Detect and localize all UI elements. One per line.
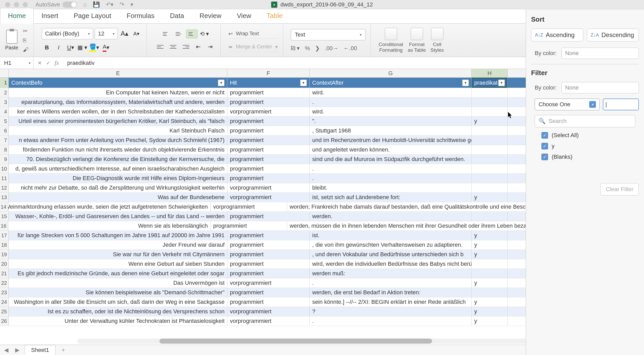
row-header[interactable]: 17 <box>0 231 9 240</box>
italic-button[interactable]: I <box>53 42 64 53</box>
row-header[interactable]: 18 <box>0 240 9 250</box>
close-dot[interactable] <box>5 2 10 7</box>
sort-by-color-select[interactable]: None <box>561 48 639 59</box>
format-as-table-button[interactable]: Format as Table <box>408 28 426 53</box>
col-header-e[interactable]: E <box>9 69 227 77</box>
cell[interactable]: programmiert <box>211 221 287 230</box>
cell[interactable]: bleibt. <box>310 183 472 192</box>
cell[interactable]: y <box>472 278 508 288</box>
header-contextbefore[interactable]: ContextBefo▼ <box>9 78 227 88</box>
cell[interactable]: Sie können beispielsweise als "Demand-Sc… <box>9 288 227 297</box>
comma-icon[interactable]: ❯ <box>315 45 320 52</box>
row-header[interactable]: 4 <box>0 107 9 116</box>
cell[interactable]: , Stuttgart 1968 <box>310 126 472 135</box>
tab-table[interactable]: Table <box>259 8 290 23</box>
cell[interactable]: 70. Diesbezüglich verlangt die Konferenz… <box>9 155 227 164</box>
format-painter-icon[interactable]: 🖌 <box>23 46 29 53</box>
cell[interactable]: y <box>472 316 508 326</box>
paste-button[interactable]: Paste <box>5 30 18 51</box>
min-dot[interactable] <box>14 2 19 7</box>
tab-data[interactable]: Data <box>162 8 192 23</box>
filter-by-color-select[interactable]: None <box>561 82 639 93</box>
orientation-button[interactable]: ⟲ ▾ <box>199 29 209 39</box>
cell[interactable]: wird. <box>310 88 472 97</box>
col-header-h[interactable]: H <box>472 69 508 77</box>
row-header[interactable]: 10 <box>0 164 9 173</box>
cell[interactable]: Jeder Freund war darauf <box>9 240 227 250</box>
inc-decimal-icon[interactable]: .00→ <box>325 45 338 52</box>
cell[interactable]: programmiert <box>227 97 310 107</box>
filter-search-input[interactable]: 🔍Search <box>535 115 635 127</box>
cell[interactable]: . <box>310 164 472 173</box>
cell[interactable]: programmiert <box>227 259 310 269</box>
row-header[interactable]: 15 <box>0 212 9 221</box>
sheet-prev[interactable]: ◀ <box>3 347 10 353</box>
cell[interactable]: Sie war nur für den Verkehr mit Citymänn… <box>9 250 227 259</box>
header-hit[interactable]: Hit▼ <box>227 78 310 88</box>
cell[interactable]: ker eines Willens werden wollen, der in … <box>9 107 227 116</box>
filter-item-blanks[interactable]: ✓(Blanks) <box>541 154 639 160</box>
col-header-g[interactable]: G <box>310 69 472 77</box>
cell[interactable]: Karl Steinbuch Falsch <box>9 126 227 135</box>
enter-icon[interactable]: ✓ <box>46 60 50 66</box>
cell[interactable]: Wasser-, Kohle-, Erdöl- und Gasreserven … <box>9 212 227 221</box>
cell[interactable]: Was auf der Bundesebene <box>9 193 227 202</box>
cell[interactable]: d, gewiß aus unterschiedlichem Interesse… <box>9 164 227 173</box>
cell[interactable]: werden muß: <box>310 269 472 278</box>
row-header[interactable]: 19 <box>0 250 9 259</box>
filter-dropdown-f[interactable]: ▼ <box>300 79 307 86</box>
sort-ascending-button[interactable]: A↓ZAscending <box>531 29 583 41</box>
row-header[interactable]: 8 <box>0 145 9 154</box>
cell[interactable]: vorprogrammiert <box>227 316 310 326</box>
sheet-next[interactable]: ▶ <box>14 347 21 353</box>
cell[interactable] <box>472 212 508 221</box>
wrap-text-button[interactable]: ↩Wrap Text <box>228 29 278 39</box>
cell[interactable]: y <box>472 117 508 126</box>
cell[interactable]: Die EEG-Diagnostik wurde mit Hilfe eines… <box>9 174 227 183</box>
border-button[interactable]: ▦ ▾ <box>77 42 87 53</box>
col-header-f[interactable]: F <box>227 69 310 77</box>
filter-dropdown-g[interactable]: ▼ <box>462 79 469 86</box>
align-right[interactable] <box>180 42 192 51</box>
cell[interactable]: und im Rechenzentrum der Humboldt-Univer… <box>310 136 472 145</box>
cell[interactable]: Unter der Verwaltung kühler Technokraten… <box>9 316 227 326</box>
row-header[interactable]: 21 <box>0 269 9 278</box>
cell[interactable]: Es gibt jedoch medizinische Gründe, aus … <box>9 269 227 278</box>
cell[interactable]: programmiert <box>227 136 310 145</box>
cell[interactable]: Urteil eines seiner prominentesten bürge… <box>9 117 227 126</box>
row-header[interactable]: 11 <box>0 174 9 183</box>
cell-styles-button[interactable]: Cell Styles <box>431 28 444 53</box>
redo-icon[interactable]: ↷ <box>120 1 124 8</box>
cell[interactable]: programmiert <box>227 117 310 126</box>
fill-color-button[interactable]: 🪣 ▾ <box>89 42 99 53</box>
select-all-corner[interactable] <box>0 69 9 77</box>
cell[interactable]: programmiert <box>227 126 310 135</box>
font-name-select[interactable]: Calibri (Body)▾ <box>42 28 93 39</box>
row-header[interactable]: 13 <box>0 193 9 202</box>
row-header[interactable]: 2 <box>0 88 9 97</box>
cell[interactable]: programmiert <box>227 145 310 154</box>
cell[interactable]: programmiert <box>227 269 310 278</box>
clear-filter-button[interactable]: Clear Filter <box>600 183 639 196</box>
cancel-icon[interactable]: ✕ <box>38 60 42 66</box>
font-size-select[interactable]: 12▾ <box>95 28 118 39</box>
cell[interactable]: programmiert <box>227 250 310 259</box>
cell[interactable] <box>472 145 508 154</box>
shrink-font-icon[interactable]: A▾ <box>131 29 141 39</box>
tab-view[interactable]: View <box>229 8 259 23</box>
cell[interactable]: wird, werden die individuellen Bedürfnis… <box>310 259 472 269</box>
copy-icon[interactable]: ⎘ <box>23 37 29 44</box>
cell[interactable]: , die von ihm gewünschten Verhaltensweis… <box>310 240 472 250</box>
cell[interactable]: Wenn sie als lebenslänglich <box>8 221 211 230</box>
cell[interactable] <box>472 174 508 183</box>
cell[interactable]: Washington in aller Stille die Einsicht … <box>9 297 227 307</box>
cell[interactable]: programmiert <box>227 174 310 183</box>
cell[interactable] <box>472 126 508 135</box>
cell[interactable] <box>472 259 508 269</box>
cell[interactable]: . <box>310 97 472 107</box>
cell[interactable]: programmiert <box>227 240 310 250</box>
tab-home[interactable]: Home <box>0 8 34 24</box>
cell[interactable]: sein könnte.] --//-- 2/XI: BEGIN erklärt… <box>310 297 472 307</box>
row-header[interactable]: 16 <box>0 221 8 230</box>
align-bottom[interactable] <box>186 30 198 38</box>
